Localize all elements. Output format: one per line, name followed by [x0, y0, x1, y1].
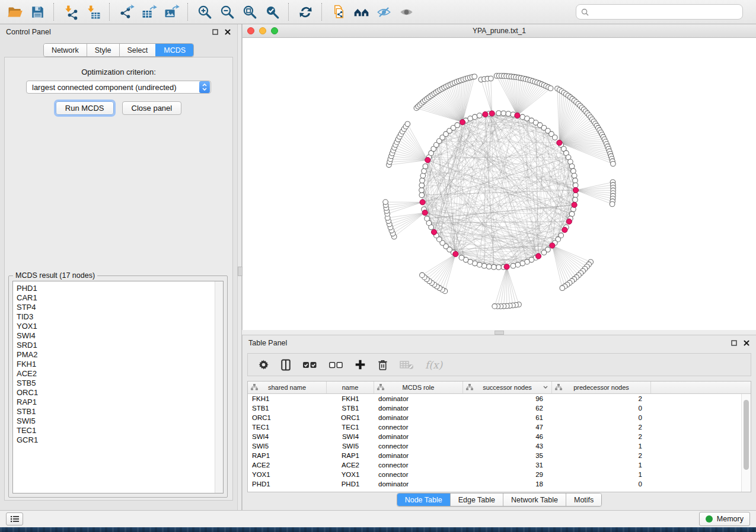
first-neighbors-button[interactable]	[350, 2, 372, 21]
search-input[interactable]	[592, 7, 738, 17]
network-node[interactable]	[572, 173, 577, 178]
table-row[interactable]: ORC1ORC1dominator610	[248, 413, 751, 422]
zoom-selected-button[interactable]	[261, 2, 283, 21]
network-node[interactable]	[511, 263, 516, 268]
copy-network-button[interactable]	[327, 2, 350, 21]
splitter-grip[interactable]	[495, 331, 504, 335]
column-header-name[interactable]: name	[327, 382, 374, 393]
export-image-button[interactable]	[160, 2, 183, 21]
hide-selected-button[interactable]	[372, 2, 395, 21]
network-hub-node[interactable]	[515, 113, 520, 118]
network-node[interactable]	[420, 178, 425, 183]
network-node[interactable]	[472, 74, 477, 79]
show-columns-button[interactable]	[280, 359, 291, 371]
network-node[interactable]	[405, 121, 410, 127]
tab-mcds[interactable]: MCDS	[155, 44, 193, 56]
network-hub-node[interactable]	[550, 243, 555, 248]
export-table-button[interactable]	[138, 2, 160, 21]
table-row[interactable]: TEC1TEC1connector472	[248, 422, 751, 432]
network-node[interactable]	[496, 265, 502, 270]
network-node[interactable]	[477, 113, 482, 118]
task-history-button[interactable]	[6, 512, 23, 525]
network-node[interactable]	[515, 262, 521, 268]
network-node[interactable]	[548, 86, 553, 91]
mcds-result-item[interactable]: PHD1	[17, 284, 215, 293]
network-node[interactable]	[573, 193, 578, 198]
mcds-result-item[interactable]: SWI4	[17, 331, 215, 341]
close-panel-icon[interactable]	[224, 28, 231, 36]
network-node[interactable]	[486, 264, 492, 270]
network-node[interactable]	[501, 111, 506, 116]
table-row[interactable]: SWI5SWI5connector431	[248, 441, 751, 451]
mcds-result-item[interactable]: TEC1	[17, 426, 215, 435]
mcds-result-item[interactable]: YOX1	[17, 322, 215, 331]
network-hub-node[interactable]	[489, 111, 495, 116]
network-node[interactable]	[541, 250, 547, 255]
column-header-mcds-role[interactable]: MCDS role	[374, 382, 463, 393]
network-node[interactable]	[492, 304, 497, 309]
scrollbar-thumb[interactable]	[744, 400, 749, 470]
network-node[interactable]	[473, 114, 478, 120]
table-row[interactable]: STB1STB1dominator620	[248, 403, 751, 413]
network-node[interactable]	[492, 264, 497, 270]
open-file-button[interactable]	[4, 2, 26, 21]
table-row[interactable]: YOX1YOX1connector291	[248, 470, 751, 479]
splitter-grip[interactable]	[238, 267, 243, 276]
network-node[interactable]	[573, 178, 578, 183]
table-tab-node-table[interactable]: Node Table	[397, 493, 450, 506]
refresh-button[interactable]	[294, 2, 317, 21]
tab-style[interactable]: Style	[87, 44, 119, 56]
mcds-result-item[interactable]: RAP1	[17, 398, 215, 407]
run-mcds-button[interactable]: Run MCDS	[56, 101, 114, 115]
maximize-window-icon[interactable]	[271, 27, 278, 34]
network-node[interactable]	[383, 200, 388, 205]
network-hub-node[interactable]	[557, 140, 562, 145]
network-node[interactable]	[611, 161, 616, 166]
network-hub-node[interactable]	[425, 158, 430, 163]
mcds-result-item[interactable]: ACE2	[17, 369, 215, 379]
mcds-result-item[interactable]: GCR1	[17, 435, 215, 445]
memory-button[interactable]: Memory	[699, 512, 750, 526]
network-node[interactable]	[455, 123, 460, 128]
network-node[interactable]	[481, 263, 487, 268]
network-hub-node[interactable]	[483, 111, 488, 117]
network-node[interactable]	[569, 164, 575, 169]
mcds-result-item[interactable]: STB1	[17, 407, 215, 416]
network-hub-node[interactable]	[453, 251, 458, 257]
mcds-result-item[interactable]: ORC1	[17, 388, 215, 398]
column-header-predecessor-nodes[interactable]: predecessor nodes	[552, 382, 651, 393]
network-node[interactable]	[573, 197, 578, 203]
network-node[interactable]	[419, 188, 425, 193]
zoom-fit-button[interactable]	[238, 2, 261, 21]
mcds-result-item[interactable]: FKH1	[17, 360, 215, 369]
table-tab-edge-table[interactable]: Edge Table	[450, 493, 503, 506]
network-canvas[interactable]	[243, 38, 756, 330]
mcds-result-item[interactable]: TID3	[17, 312, 215, 322]
network-node[interactable]	[571, 168, 576, 174]
vertical-splitter[interactable]	[237, 24, 242, 510]
network-hub-node[interactable]	[420, 200, 425, 205]
network-hub-node[interactable]	[422, 210, 428, 215]
zoom-in-button[interactable]	[193, 2, 216, 21]
network-graph[interactable]	[243, 38, 755, 331]
select-all-columns-button[interactable]	[302, 361, 317, 369]
network-hub-node[interactable]	[504, 264, 509, 270]
network-node[interactable]	[425, 216, 430, 222]
mcds-result-item[interactable]: PMA2	[17, 350, 215, 360]
tab-network[interactable]: Network	[44, 44, 87, 56]
import-table-button[interactable]	[82, 2, 104, 21]
network-node[interactable]	[560, 286, 565, 291]
mcds-result-item[interactable]: SRD1	[17, 341, 215, 350]
network-node[interactable]	[423, 164, 428, 169]
network-hub-node[interactable]	[562, 227, 567, 232]
network-node[interactable]	[520, 261, 525, 266]
table-row[interactable]: SWI4SWI4dominator462	[248, 432, 751, 441]
network-node[interactable]	[422, 168, 427, 174]
float-panel-icon[interactable]	[212, 28, 219, 36]
network-node[interactable]	[506, 111, 511, 117]
network-node[interactable]	[496, 111, 502, 116]
mcds-result-item[interactable]: SWI5	[17, 416, 215, 426]
table-row[interactable]: FKH1FKH1dominator962	[248, 394, 751, 403]
network-hub-node[interactable]	[566, 219, 572, 224]
criterion-dropdown[interactable]: largest connected component (undirected)	[26, 81, 211, 94]
